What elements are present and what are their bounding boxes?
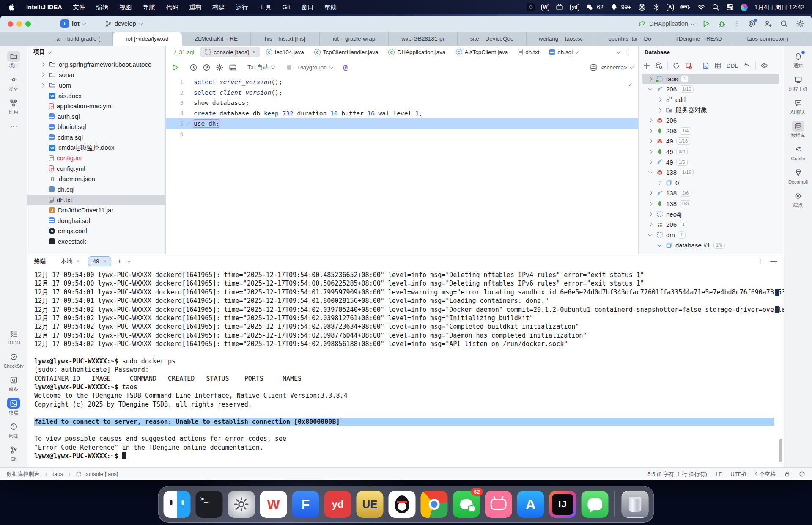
new-terminal-button[interactable]: + xyxy=(117,257,121,266)
chevron-right-icon[interactable] xyxy=(648,77,652,81)
airdrop-menubar-icon[interactable] xyxy=(638,3,646,11)
editor-tab---31-sql[interactable]: /_31.sql xyxy=(170,47,198,57)
chevron-right-icon[interactable] xyxy=(648,191,652,195)
layout-button[interactable] xyxy=(229,63,237,71)
database-tree-row[interactable]: 491/5 xyxy=(642,157,779,168)
new-datasource-button[interactable] xyxy=(643,62,650,69)
chevron-right-icon[interactable] xyxy=(648,150,652,154)
terminal-tab-本地[interactable]: 本地× xyxy=(56,256,85,267)
view-options-button[interactable] xyxy=(760,62,768,69)
tool-strip-item-端点[interactable]: 端点 xyxy=(786,188,810,210)
menu-navigate[interactable]: 导航 xyxy=(143,3,155,11)
menu-file[interactable]: 文件 xyxy=(73,3,85,11)
tool-strip-item-AI 聊天[interactable]: AI 聊天 xyxy=(786,95,810,117)
chevron-down-icon[interactable] xyxy=(647,88,653,91)
project-panel-header[interactable]: 项目 xyxy=(27,46,165,58)
dock-icon-wps[interactable]: W xyxy=(260,491,287,518)
chevron-right-icon[interactable] xyxy=(40,62,44,66)
editor-tab-TcpClientHandler-java[interactable]: CTcpClientHandler.java xyxy=(310,47,383,57)
breadcrumb-db-console[interactable]: 数据库控制台 xyxy=(7,470,40,478)
terminal-dropdown-icon[interactable] xyxy=(127,258,131,263)
chevron-down-icon[interactable] xyxy=(656,244,663,247)
zoom-window-button[interactable] xyxy=(25,21,31,27)
chevron-right-icon[interactable] xyxy=(656,98,663,101)
editor-tab-dh-txt[interactable]: dh.txt xyxy=(514,47,543,57)
project-tree-row[interactable]: Wcmda电磁监控.docx xyxy=(27,143,165,153)
refresh-button[interactable] xyxy=(672,62,680,69)
chevron-right-icon[interactable] xyxy=(40,73,44,77)
chevron-right-icon[interactable] xyxy=(648,139,652,143)
project-tree-row[interactable]: yapplication-mac.yml xyxy=(27,101,165,111)
history-button[interactable] xyxy=(189,63,198,71)
dock-icon-fdoc[interactable]: F xyxy=(292,491,319,518)
more-actions-button[interactable]: ⋮ xyxy=(734,20,740,27)
tool-strip-item-远程主机[interactable]: 远程主机 xyxy=(786,71,810,94)
database-tree-row[interactable]: database #11/6 xyxy=(642,240,779,251)
project-tree-row[interactable]: donghai.sql xyxy=(27,215,165,226)
terminal-tab-49[interactable]: 49× xyxy=(88,256,112,266)
menu-run[interactable]: 运行 xyxy=(236,3,248,11)
table-view-button[interactable] xyxy=(714,62,722,69)
chevron-right-icon[interactable] xyxy=(647,150,653,153)
database-tree-row[interactable]: 206 xyxy=(642,115,779,126)
vcs-branch-widget[interactable]: develop xyxy=(105,20,142,27)
chevron-right-icon[interactable] xyxy=(647,129,653,132)
menu-view[interactable]: 视图 xyxy=(120,3,132,11)
playground-selector[interactable]: Playground xyxy=(298,64,333,71)
dock-icon-wechat[interactable]: 62 xyxy=(453,491,480,518)
indent-widget[interactable]: 4 个空格 xyxy=(754,470,776,478)
chevron-right-icon[interactable] xyxy=(647,223,653,226)
close-icon[interactable]: × xyxy=(252,49,256,55)
jump-to-console-button[interactable] xyxy=(702,62,710,69)
chevron-right-icon[interactable] xyxy=(647,213,653,216)
navigate-arrow-button[interactable] xyxy=(743,62,751,69)
window-tab[interactable]: openhis-itai – Do xyxy=(595,32,664,46)
dock-icon-finder[interactable] xyxy=(164,491,191,518)
tool-strip-item-结构[interactable]: 结构 xyxy=(1,95,26,117)
editor-tab-console--taos-[interactable]: console [taos]× xyxy=(200,47,260,57)
dock-icon-appstore[interactable]: A xyxy=(517,491,544,518)
window-tab[interactable]: wvp-GB28181-pr xyxy=(389,32,458,46)
tool-strip-item-服务[interactable]: 服务 xyxy=(1,372,26,394)
menu-intellij-idea[interactable]: IntelliJ IDEA xyxy=(26,4,62,11)
search-everywhere-button[interactable] xyxy=(780,19,788,28)
dock-icon-ultraedit[interactable]: UE xyxy=(357,491,384,518)
dock-icon-youdao[interactable]: yd xyxy=(324,491,351,518)
debug-button[interactable] xyxy=(718,19,726,28)
chevron-right-icon[interactable] xyxy=(648,118,652,123)
database-tree-row[interactable]: 491/16 xyxy=(642,136,779,147)
tool-strip-item-TODO[interactable]: TODO xyxy=(1,325,26,348)
database-tree-row[interactable]: 0 xyxy=(642,178,779,188)
menu-tools[interactable]: 工具 xyxy=(259,3,272,11)
apple-menu-icon[interactable] xyxy=(8,3,15,11)
chevron-right-icon[interactable] xyxy=(657,108,661,112)
window-tab[interactable]: site – DeviceQue xyxy=(458,32,527,46)
sql-editor[interactable]: ✓ 1select server_version();2select clien… xyxy=(166,76,638,254)
chevron-right-icon[interactable] xyxy=(647,77,653,80)
chevron-right-icon[interactable] xyxy=(657,181,661,185)
tool-strip-item-moreh[interactable] xyxy=(1,118,26,134)
close-icon[interactable]: × xyxy=(103,258,107,264)
database-tree-row[interactable]: taos1 xyxy=(642,74,779,84)
chevron-right-icon[interactable] xyxy=(648,129,652,133)
editor-tab-Iec104-java[interactable]: CIec104.java xyxy=(262,47,308,57)
project-tree-row[interactable]: org.springframework.boot.autoco xyxy=(27,59,165,70)
database-tree-row[interactable]: 1382/6 xyxy=(642,188,779,199)
chevron-right-icon[interactable] xyxy=(648,160,652,164)
menu-code[interactable]: 代码 xyxy=(166,3,178,11)
tool-strip-item-数据库[interactable]: 数据库 xyxy=(786,118,810,140)
qq-menubar-icon[interactable] xyxy=(610,3,618,11)
editor-tab-options-button[interactable]: ⋮ xyxy=(625,48,631,56)
project-tree-row[interactable]: cdma.sql xyxy=(27,132,165,143)
chevron-right-icon[interactable] xyxy=(647,192,653,195)
chevron-right-icon[interactable] xyxy=(648,223,652,227)
execute-button[interactable] xyxy=(171,63,179,71)
youdao-menubar-icon[interactable]: yd xyxy=(570,4,579,11)
editor-tab-dh-sql[interactable]: dh.sql xyxy=(545,47,582,57)
database-tree-row[interactable]: 2061/4 xyxy=(642,126,779,136)
database-tree-row[interactable]: 1380/3 xyxy=(642,198,779,209)
database-tree-row[interactable]: cdrl xyxy=(642,94,779,105)
chevron-down-icon[interactable] xyxy=(617,49,621,54)
chevron-right-icon[interactable] xyxy=(647,161,653,164)
chevron-down-icon[interactable] xyxy=(648,87,652,91)
